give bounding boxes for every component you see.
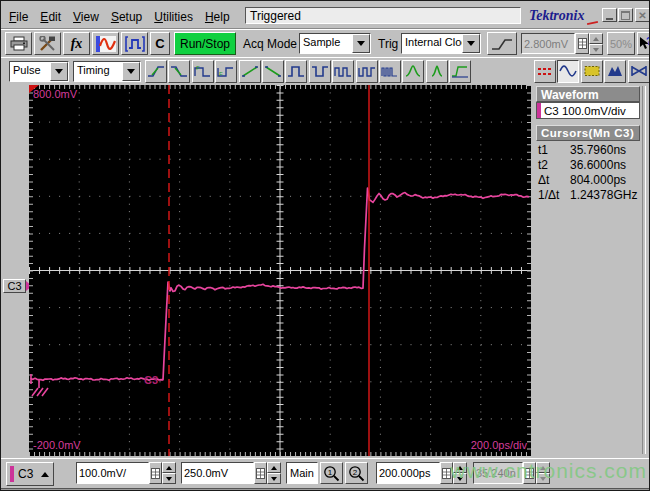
trace-channel-label: C3 <box>144 374 158 386</box>
logo-accent <box>587 21 598 25</box>
zoom-graticule-button[interactable] <box>581 60 603 83</box>
measure-group-select[interactable]: Timing <box>73 61 141 82</box>
pulse-tool-button[interactable] <box>121 32 148 55</box>
channel-scale-entry[interactable]: C3 100.0mV/div <box>536 102 640 119</box>
measure-positive-slope-button[interactable] <box>239 60 261 83</box>
graticule[interactable]: 800.0mV -200.0mV 200.0ps/div C3 <box>29 85 531 456</box>
keypad-icon <box>442 468 451 479</box>
arrow-up-icon <box>457 466 463 470</box>
spin-up-button[interactable] <box>536 462 550 473</box>
peak-narrow-icon <box>428 64 446 79</box>
arrow-down-icon <box>593 48 599 52</box>
spin-down-button[interactable] <box>589 44 603 55</box>
spin-down-button[interactable] <box>453 473 467 484</box>
measure-settle-step-button[interactable] <box>449 60 471 83</box>
tools-button[interactable] <box>34 32 61 55</box>
measure-pulse-train-negative-button[interactable] <box>356 60 378 83</box>
restore-button[interactable] <box>618 8 633 22</box>
vertical-scale-keypad-button[interactable] <box>149 462 162 484</box>
vertical-scale-field[interactable]: 100.0mV/ <box>76 462 149 484</box>
zoom-1-button[interactable]: 1 <box>320 462 343 484</box>
delay-keypad-button[interactable] <box>523 462 536 484</box>
run-stop-button[interactable]: Run/Stop <box>174 32 236 55</box>
settle-step-icon <box>451 64 469 79</box>
spin-up-button[interactable] <box>589 33 603 44</box>
trigger-status: Triggered <box>245 7 521 24</box>
measure-category-dropdown[interactable] <box>50 62 68 81</box>
menu-edit[interactable]: Edit <box>34 8 67 26</box>
spin-down-button[interactable] <box>536 473 550 484</box>
set-50pct-button[interactable]: 50% <box>607 32 635 55</box>
acq-mode-dropdown-button[interactable] <box>352 34 370 53</box>
arrow-down-icon <box>457 477 463 481</box>
delay-field[interactable]: 35.240n <box>473 462 523 484</box>
trig-source-select[interactable]: Internal Clock <box>401 33 481 54</box>
sine-wave-icon <box>559 64 577 79</box>
spin-down-button[interactable] <box>162 473 176 484</box>
waveform-tool-button[interactable] <box>92 32 119 55</box>
trig-slope-button[interactable] <box>487 32 517 55</box>
trig-level-spinner[interactable] <box>589 33 603 55</box>
measure-pulse-train-positive-button[interactable] <box>332 60 354 83</box>
restore-icon <box>621 11 630 20</box>
minimize-button[interactable] <box>602 8 617 22</box>
context-help-button[interactable]: ? <box>637 32 650 55</box>
readout-label: Δt <box>538 173 549 187</box>
menu-file[interactable]: File <box>3 8 34 26</box>
measure-fall-time-button[interactable] <box>168 60 190 83</box>
measure-rise-time-button[interactable] <box>145 60 167 83</box>
readout-t2: t2 36.6000ns <box>538 158 638 172</box>
measure-peak-narrow-button[interactable] <box>426 60 448 83</box>
eye-diagram-button[interactable] <box>628 60 650 83</box>
measure-group-value: Timing <box>74 62 122 81</box>
channel-position-marker[interactable]: C3 <box>3 279 26 293</box>
vertical-scale-spinner[interactable] <box>162 462 176 484</box>
measure-positive-width-button[interactable]: F <box>192 60 214 83</box>
waveform-display-button[interactable] <box>557 60 579 83</box>
function-button[interactable]: fx <box>63 32 90 55</box>
acq-mode-select[interactable]: Sample <box>299 33 371 54</box>
delay-spinner[interactable] <box>536 462 550 484</box>
printer-icon <box>10 36 28 51</box>
spin-up-button[interactable] <box>453 462 467 473</box>
histogram-display-button[interactable] <box>604 60 626 83</box>
measure-negative-width-button[interactable]: F <box>215 60 237 83</box>
measure-category-select[interactable]: Pulse <box>9 61 69 82</box>
trig-level-field[interactable]: 2.800mV <box>521 33 575 54</box>
vertical-offset-field[interactable]: 250.0mV <box>181 462 254 484</box>
menu-help[interactable]: Help <box>199 8 236 26</box>
menu-utilities[interactable]: Utilities <box>148 8 199 26</box>
measure-group-dropdown[interactable] <box>122 62 140 81</box>
measure-negative-slope-button[interactable] <box>262 60 284 83</box>
print-button[interactable] <box>5 32 32 55</box>
vertical-offset-spinner[interactable] <box>267 462 281 484</box>
waveform-panel-header: Waveform <box>536 86 640 102</box>
readout-label: t2 <box>538 158 548 172</box>
readout-t1: t1 35.7960ns <box>538 143 638 157</box>
cursors-display-button[interactable] <box>534 60 556 83</box>
measure-burst-button[interactable] <box>379 60 401 83</box>
trig-level-keypad-button[interactable] <box>575 33 589 54</box>
channel-marker-label: C3 <box>7 280 21 292</box>
menu-view[interactable]: View <box>67 8 105 26</box>
ground-reference-icon <box>31 374 48 396</box>
svg-text:1: 1 <box>328 468 333 477</box>
close-button[interactable]: ✕ <box>635 8 650 22</box>
timebase-field[interactable]: 200.000ps <box>376 462 440 484</box>
zoom-2-button[interactable]: 2 <box>345 462 368 484</box>
spin-up-button[interactable] <box>162 462 176 473</box>
measure-negative-pulse-button[interactable] <box>309 60 331 83</box>
fx-icon: fx <box>71 36 83 52</box>
channel-select-button[interactable]: C3 <box>6 462 54 486</box>
trig-dropdown-button[interactable] <box>462 34 480 53</box>
vertical-offset-keypad-button[interactable] <box>254 462 267 484</box>
menu-setup[interactable]: Setup <box>105 8 148 26</box>
timebase-spinner[interactable] <box>453 462 467 484</box>
timebase-keypad-button[interactable] <box>440 462 453 484</box>
c-display-button[interactable]: C <box>150 32 170 55</box>
arrow-up-icon <box>41 472 49 477</box>
spin-up-button[interactable] <box>267 462 281 473</box>
measure-peak-wide-button[interactable] <box>402 60 424 83</box>
spin-down-button[interactable] <box>267 473 281 484</box>
measure-positive-pulse-button[interactable] <box>285 60 307 83</box>
